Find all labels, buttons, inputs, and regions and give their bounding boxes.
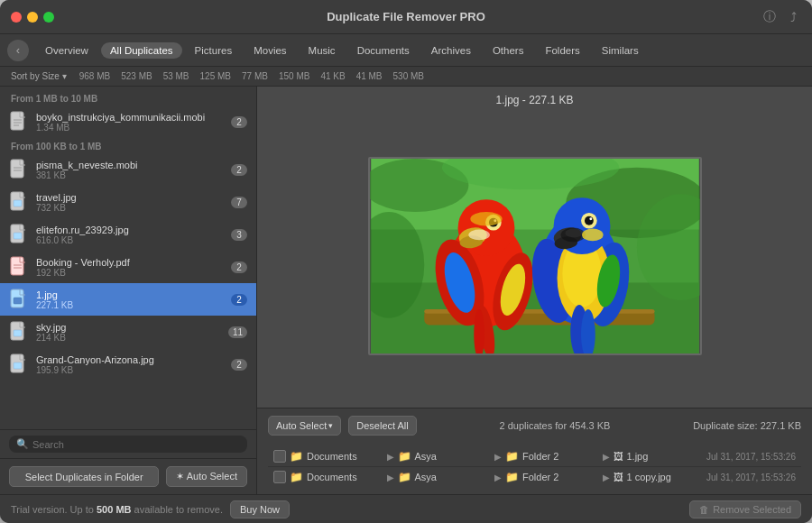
path-documents: Documents bbox=[307, 472, 383, 482]
search-icon: 🔍 bbox=[16, 438, 29, 450]
tab-pictures[interactable]: Pictures bbox=[186, 42, 242, 59]
duplicate-badge: 2 bbox=[231, 294, 247, 306]
tab-overview[interactable]: Overview bbox=[36, 42, 97, 59]
svg-point-60 bbox=[565, 229, 583, 238]
file-item[interactable]: Grand-Canyon-Arizona.jpg 195.9 KB 2 bbox=[0, 348, 256, 381]
file-info: travel.jpg 732 KB bbox=[36, 192, 224, 213]
section-header-100kb: From 100 KB to 1 MB bbox=[0, 138, 256, 153]
preview-area: 1.jpg - 227.1 KB bbox=[257, 87, 812, 408]
duplicate-badge: 7 bbox=[231, 197, 247, 208]
path-arrow: ▶ bbox=[494, 473, 502, 482]
path-arrow: ▶ bbox=[387, 473, 394, 482]
sort-label[interactable]: Sort by Size ▾ bbox=[11, 71, 67, 81]
svg-rect-11 bbox=[11, 257, 23, 275]
file-size: 195.9 KB bbox=[36, 365, 224, 375]
path-checkbox[interactable] bbox=[273, 471, 286, 483]
remove-selected-button[interactable]: 🗑 Remove Selected bbox=[689, 500, 801, 518]
folder-icon: 📁 bbox=[290, 471, 303, 483]
file-name: pisma_k_neveste.mobi bbox=[36, 160, 224, 170]
buy-now-button[interactable]: Buy Now bbox=[230, 500, 290, 518]
tab-others[interactable]: Others bbox=[484, 42, 533, 59]
file-size: 1.34 MB bbox=[36, 123, 224, 133]
tab-documents[interactable]: Documents bbox=[348, 42, 419, 59]
file-item[interactable]: sky.jpg 214 KB 11 bbox=[0, 316, 256, 348]
path-checkbox[interactable] bbox=[273, 450, 286, 463]
select-duplicates-folder-button[interactable]: Select Duplicates in Folder bbox=[9, 466, 159, 487]
auto-select-button[interactable]: ✶ Auto Select bbox=[166, 466, 247, 487]
folder-icon: 📁 bbox=[398, 471, 411, 483]
file-icon bbox=[9, 190, 29, 214]
file-name: 1.jpg bbox=[36, 289, 224, 300]
size-music: 125 MB bbox=[195, 71, 236, 81]
main-window: Duplicate File Remover PRO ⓘ ⤴ ‹ Overvie… bbox=[0, 0, 812, 523]
file-size: 732 KB bbox=[36, 203, 224, 213]
duplicate-size-info: Duplicate size: 227.1 KB bbox=[693, 420, 801, 431]
status-bar: Trial version. Up to 500 MB available to… bbox=[0, 494, 812, 523]
svg-rect-17 bbox=[14, 330, 22, 336]
file-name: travel.jpg bbox=[36, 192, 224, 203]
sizes-row: Sort by Size ▾ 968 MB 523 MB 53 MB 125 M… bbox=[0, 67, 812, 87]
title-bar: Duplicate File Remover PRO ⓘ ⤴ bbox=[0, 0, 812, 34]
tab-all-duplicates[interactable]: All Duplicates bbox=[101, 42, 182, 59]
tab-folders[interactable]: Folders bbox=[536, 42, 588, 59]
duplicate-count-info: 2 duplicates for 454.3 KB bbox=[424, 420, 686, 431]
file-item[interactable]: travel.jpg 732 KB 7 bbox=[0, 186, 256, 218]
minimize-button[interactable] bbox=[27, 12, 38, 23]
tab-movies[interactable]: Movies bbox=[245, 42, 295, 59]
path-row: 📁 Documents ▶ 📁 Asya ▶ 📁 Folder 2 ▶ 🖼 1.… bbox=[268, 446, 801, 467]
maximize-button[interactable] bbox=[43, 12, 54, 23]
file-icon-small: 🖼 bbox=[614, 451, 623, 462]
file-info: elitefon.ru_23929.jpg 616.0 KB bbox=[36, 225, 224, 245]
tab-similars[interactable]: Similars bbox=[593, 42, 648, 59]
svg-rect-15 bbox=[14, 298, 22, 304]
path-date-1: Jul 31, 2017, 15:53:26 bbox=[706, 452, 796, 462]
trash-icon: 🗑 bbox=[699, 504, 709, 515]
close-button[interactable] bbox=[11, 12, 22, 23]
file-info: Booking - Verholy.pdf 192 KB bbox=[36, 257, 224, 278]
info-icon[interactable]: ⓘ bbox=[761, 9, 778, 25]
file-item-selected[interactable]: 1.jpg 227.1 KB 2 bbox=[0, 283, 256, 316]
file-info: Grand-Canyon-Arizona.jpg 195.9 KB bbox=[36, 354, 224, 375]
file-icon bbox=[9, 255, 29, 279]
folder-icon: 📁 bbox=[505, 450, 519, 463]
path-row: 📁 Documents ▶ 📁 Asya ▶ 📁 Folder 2 ▶ 🖼 1 … bbox=[268, 467, 801, 487]
path-arrow: ▶ bbox=[387, 452, 394, 462]
auto-select-label: Auto Select bbox=[276, 420, 327, 431]
file-info: sky.jpg 214 KB bbox=[36, 322, 221, 343]
preview-title: 1.jpg - 227.1 KB bbox=[495, 94, 573, 106]
path-rows: 📁 Documents ▶ 📁 Asya ▶ 📁 Folder 2 ▶ 🖼 1.… bbox=[257, 443, 812, 494]
size-documents: 77 MB bbox=[236, 71, 273, 81]
path-filename-2: 1 copy.jpg bbox=[627, 472, 704, 482]
path-date-2: Jul 31, 2017, 15:53:26 bbox=[706, 473, 796, 482]
window-title: Duplicate File Remover PRO bbox=[327, 10, 485, 23]
file-size: 227.1 KB bbox=[36, 300, 224, 310]
auto-select-dup-button[interactable]: Auto Select ▾ bbox=[268, 416, 341, 436]
file-info: boyko_instrukciya_kommunikacii.mobi 1.34… bbox=[36, 112, 224, 133]
file-item[interactable]: Booking - Verholy.pdf 192 KB 2 bbox=[0, 251, 256, 283]
tab-archives[interactable]: Archives bbox=[422, 42, 480, 59]
folder-icon: 📁 bbox=[505, 471, 519, 483]
file-info: 1.jpg 227.1 KB bbox=[36, 289, 224, 310]
file-icon-small: 🖼 bbox=[614, 472, 623, 482]
back-button[interactable]: ‹ bbox=[7, 40, 29, 61]
file-item[interactable]: elitefon.ru_23929.jpg 616.0 KB 3 bbox=[0, 218, 256, 251]
size-all-duplicates: 968 MB bbox=[74, 71, 115, 81]
main-content: From 1 MB to 10 MB boyko_instrukciy bbox=[0, 87, 812, 494]
path-filename-1: 1.jpg bbox=[627, 451, 704, 462]
path-asya: Asya bbox=[415, 472, 492, 482]
share-icon[interactable]: ⤴ bbox=[785, 9, 801, 25]
svg-point-61 bbox=[582, 229, 604, 242]
file-size: 381 KB bbox=[36, 170, 224, 180]
svg-rect-0 bbox=[11, 112, 23, 130]
duplicate-badge: 2 bbox=[231, 359, 247, 371]
path-arrow: ▶ bbox=[603, 473, 610, 482]
svg-point-44 bbox=[468, 230, 490, 241]
file-item[interactable]: pisma_k_neveste.mobi 381 KB 2 bbox=[0, 153, 256, 186]
tab-music[interactable]: Music bbox=[300, 42, 345, 59]
folder-icon: 📁 bbox=[290, 450, 303, 463]
file-name: boyko_instrukciya_kommunikacii.mobi bbox=[36, 112, 224, 123]
file-size: 214 KB bbox=[36, 333, 221, 343]
deselect-all-button[interactable]: Deselect All bbox=[348, 416, 416, 436]
search-input[interactable] bbox=[32, 439, 240, 450]
file-item[interactable]: boyko_instrukciya_kommunikacii.mobi 1.34… bbox=[0, 106, 256, 138]
